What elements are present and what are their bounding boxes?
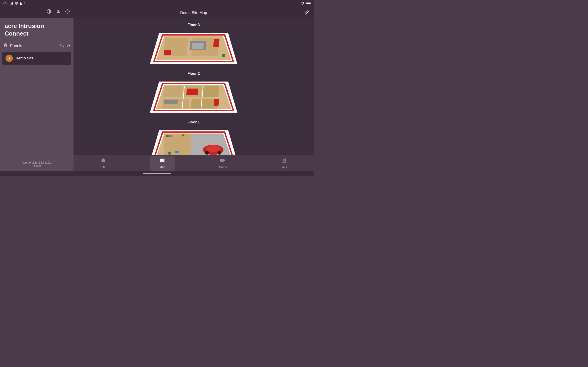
shield-icon xyxy=(15,2,18,5)
tab-cams-label: Cams xyxy=(219,165,227,169)
cams-icon xyxy=(220,158,225,165)
svg-point-45 xyxy=(206,145,220,152)
floor-1-section: Floor 1 xyxy=(83,120,304,155)
svg-rect-28 xyxy=(163,86,182,97)
svg-point-10 xyxy=(57,10,59,12)
panel-info-icon: ℹ xyxy=(6,55,13,62)
edit-icon[interactable] xyxy=(304,10,309,16)
tab-logs[interactable]: Logs xyxy=(271,156,296,171)
svg-rect-20 xyxy=(164,50,171,55)
svg-point-50 xyxy=(182,134,184,136)
svg-rect-34 xyxy=(214,99,219,106)
floor-2-map[interactable]: floor plan xyxy=(145,77,242,118)
svg-rect-7 xyxy=(306,2,310,4)
nav-section: Panels xyxy=(0,41,73,51)
svg-rect-0 xyxy=(10,4,10,5)
tab-site-label: Site xyxy=(101,165,106,169)
floor-2-label: Floor 2 xyxy=(187,72,199,76)
floor-3-map[interactable]: floor plan xyxy=(145,28,242,70)
panel-name: Demo Site xyxy=(16,56,34,60)
battery-icon xyxy=(306,2,311,5)
svg-rect-2 xyxy=(11,2,12,5)
svg-point-22 xyxy=(222,54,225,57)
sidebar: acre Intrusion Connect Panels ℹ xyxy=(0,6,73,171)
svg-rect-32 xyxy=(191,99,218,108)
floor-2-section: Floor 2 xyxy=(83,72,304,118)
wifi-icon xyxy=(301,2,304,5)
a-icon: A xyxy=(24,2,26,5)
time-display: 2:55 xyxy=(3,2,8,5)
svg-rect-35 xyxy=(164,100,178,104)
site-icon xyxy=(100,158,106,165)
sidebar-header xyxy=(0,6,73,18)
signal-icon xyxy=(10,2,13,5)
svg-point-47 xyxy=(217,151,221,155)
main-layout: acre Intrusion Connect Panels ℹ xyxy=(0,6,314,171)
svg-rect-3 xyxy=(12,2,13,5)
svg-rect-33 xyxy=(186,89,198,95)
svg-rect-1 xyxy=(11,3,11,5)
svg-point-11 xyxy=(67,11,68,12)
svg-rect-4 xyxy=(20,3,22,5)
refresh-icon[interactable] xyxy=(60,43,64,49)
map-icon xyxy=(160,158,165,165)
status-bar-right xyxy=(301,2,311,5)
svg-rect-57 xyxy=(220,159,224,162)
svg-text:A: A xyxy=(24,2,26,5)
svg-marker-58 xyxy=(224,159,225,161)
svg-point-46 xyxy=(205,151,209,155)
lock-icon xyxy=(19,2,22,5)
svg-rect-19 xyxy=(192,43,204,49)
tab-map[interactable]: Map xyxy=(150,156,174,171)
svg-rect-51 xyxy=(166,135,170,137)
status-bar: 2:55 A xyxy=(0,0,314,6)
svg-rect-53 xyxy=(175,151,179,153)
content-header: Demo Site Map xyxy=(73,6,314,19)
person-icon[interactable] xyxy=(56,9,61,15)
floor-1-label: Floor 1 xyxy=(187,120,199,124)
status-bar-left: 2:55 A xyxy=(3,2,26,5)
tab-bar: Site Map Ca xyxy=(73,155,314,171)
sidebar-footer: App Version: 2.1.0 (261) @acre xyxy=(0,157,73,171)
svg-rect-52 xyxy=(170,135,173,137)
app-title: acre Intrusion Connect xyxy=(0,18,73,41)
tab-map-label: Map xyxy=(159,165,165,169)
floors-container: Floor 3 xyxy=(73,19,314,155)
home-bar xyxy=(143,173,171,174)
floor-3-label: Floor 3 xyxy=(187,23,199,27)
home-nav-icon xyxy=(3,43,8,49)
demo-site-panel-item[interactable]: ℹ Demo Site xyxy=(2,52,71,65)
username-text: @acre xyxy=(5,164,69,167)
nav-label: Panels xyxy=(10,44,58,48)
logs-icon xyxy=(281,158,286,165)
svg-rect-21 xyxy=(213,39,220,47)
chevron-up-icon[interactable] xyxy=(67,43,71,49)
svg-point-49 xyxy=(168,152,171,155)
home-indicator xyxy=(0,171,314,176)
floor-3-section: Floor 3 xyxy=(83,23,304,70)
svg-text:floor plan: floor plan xyxy=(227,61,233,63)
svg-text:floor plan: floor plan xyxy=(227,110,233,111)
floor-1-map[interactable]: floor plan xyxy=(145,126,242,155)
content-area: Demo Site Map Floor 3 xyxy=(73,6,314,171)
svg-rect-8 xyxy=(311,3,311,4)
version-text: App Version: 2.1.0 (261) xyxy=(5,161,69,164)
content-title: Demo Site Map xyxy=(180,10,207,15)
contrast-icon[interactable] xyxy=(47,9,52,15)
settings-icon[interactable] xyxy=(65,9,70,15)
tab-cams[interactable]: Cams xyxy=(210,156,236,171)
tab-site[interactable]: Site xyxy=(91,156,115,171)
tab-logs-label: Logs xyxy=(280,165,287,169)
svg-rect-30 xyxy=(202,86,219,97)
